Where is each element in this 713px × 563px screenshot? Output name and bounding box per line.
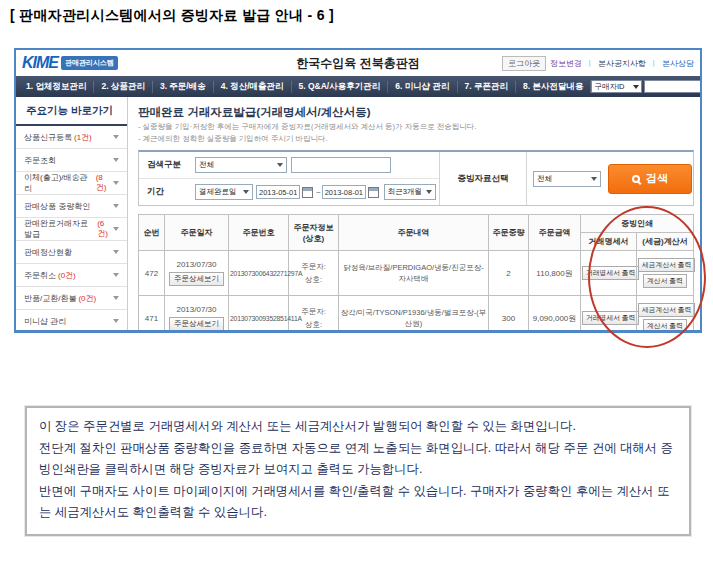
sidebar-item-order-lookup[interactable]: 주문조회 [16, 149, 127, 172]
col-header-details: 주문내역 [339, 215, 489, 251]
statement-print-button[interactable]: 거래명세서 출력 [582, 311, 639, 325]
sidebar-item-trade-docs[interactable]: 판매완료거래자료발급 (6건) [16, 218, 127, 241]
main-nav: 1. 업체정보관리 2. 상품관리 3. 주문/배송 4. 정산/매출관리 5.… [16, 76, 700, 97]
order-date: 2013/07/30 [166, 260, 227, 269]
date-from-input[interactable] [256, 185, 300, 199]
link-separator: ㅣ [586, 58, 594, 69]
sidebar: 주요기능 바로가기 상품신규등록 (1건) 주문조회 이체(출고)/배송관리 (… [16, 97, 128, 330]
sidebar-item-count: (1건) [74, 132, 92, 143]
sidebar-item-order-cancel[interactable]: 주문취소 (0건) [16, 264, 127, 287]
main-panel: 판매완료 거래자료발급(거래명세서/계산서등) - 실중량을 기입·저장한 후에… [128, 97, 700, 330]
caret-down-icon [277, 163, 283, 167]
logout-button[interactable]: 로그아웃 [502, 56, 546, 71]
header-links: 로그아웃 정보변경 ㅣ 본사공지사항 ㅣ 본사상담 [502, 56, 694, 71]
order-date: 2013/07/30 [166, 305, 227, 314]
link-info-change[interactable]: 정보변경 [550, 58, 582, 69]
cell-details: 닭정육/브라질/PERDIGAO/냉동/진공포장-자사택배 [339, 251, 489, 296]
period-row: 기간 결제완료일 ~ 최근3개월 [139, 178, 439, 205]
col-header-invoice: (세금)계산서 [637, 233, 694, 251]
section-desc-1: - 실중량을 기입·저장한 후에는 구매자에게 증빙자료(거래명세서와 계산서 … [138, 122, 694, 132]
sidebar-item-settlement-status[interactable]: 판매정산현황 [16, 241, 127, 264]
search-button-label: 검색 [646, 171, 668, 186]
nav-item-hq-message[interactable]: 8. 본사전달내용 [516, 81, 591, 93]
caret-down-icon [113, 181, 119, 185]
store-title: 한국수입육 전북총판점 [296, 55, 419, 72]
sidebar-item-count: (6건) [97, 219, 113, 239]
sidebar-item-label: 반품/교환/환불 [24, 293, 76, 304]
nav-search-area: 구매자ID 검색 [591, 79, 702, 94]
nav-item-coupon[interactable]: 7. 쿠폰관리 [458, 81, 516, 93]
statement-print-button[interactable]: 거래명세서 출력 [582, 266, 639, 280]
cell-invoice: 세금계산서 출력 계산서 출력 [637, 296, 694, 334]
date-to-input[interactable] [322, 185, 366, 199]
cell-amount: 9,090,000원 [529, 296, 581, 334]
sidebar-title: 주요기능 바로가기 [16, 97, 127, 126]
search-type-select[interactable]: 전체 [195, 157, 287, 173]
search-button[interactable]: 검색 [608, 164, 692, 194]
nav-item-orders[interactable]: 3. 주문/배송 [153, 81, 214, 93]
sidebar-item-label: 상품신규등록 [24, 132, 72, 143]
date-type-select[interactable]: 결제완료일 [195, 184, 253, 200]
sidebar-item-count: (0건) [78, 293, 96, 304]
search-type-row: 검색구분 전체 [139, 152, 439, 178]
nav-search-input[interactable] [644, 80, 702, 93]
date-type-select-value: 결제완료일 [199, 187, 237, 197]
caret-down-icon [591, 177, 597, 181]
site-header: KIME 판매관리시스템 한국수입육 전북총판점 로그아웃 정보변경 ㅣ 본사공… [16, 50, 700, 76]
cell-weight: 300 [489, 296, 529, 334]
sidebar-item-label: 주문조회 [24, 155, 56, 166]
sidebar-item-weight-check[interactable]: 판매상품 중량확인 [16, 195, 127, 218]
search-form-left: 검색구분 전체 기간 결제완료일 [139, 152, 439, 205]
sidebar-item-count: (8건) [96, 173, 113, 193]
search-keyword-input[interactable] [291, 157, 391, 173]
search-icon [632, 175, 640, 183]
calendar-icon[interactable] [368, 187, 379, 198]
buyer-id-select-value: 구매자ID [594, 82, 624, 92]
sidebar-item-count: (0건) [58, 270, 76, 281]
quick-range-select[interactable]: 최근3개월 [384, 184, 436, 200]
nav-item-company[interactable]: 1. 업체정보관리 [19, 81, 94, 93]
tax-invoice-print-button[interactable]: 세금계산서 출력 [638, 258, 695, 272]
invoice-print-button[interactable]: 계산서 출력 [643, 274, 687, 288]
sidebar-item-minishop[interactable]: 미니샵 관리 [16, 310, 127, 333]
cell-order-no: 2013073006432271297A [229, 251, 289, 296]
calendar-icon[interactable] [302, 187, 313, 198]
order-detail-button[interactable]: 주문상세보기 [169, 317, 224, 331]
search-button-cell: 검색 [607, 152, 693, 205]
col-header-order-no: 주문번호 [229, 215, 289, 251]
order-detail-button[interactable]: 주문상세보기 [169, 272, 224, 286]
cell-date: 2013/07/30 주문상세보기 [165, 251, 229, 296]
nav-item-settlement[interactable]: 4. 정산/매출관리 [214, 81, 292, 93]
explanation-box: 이 장은 주문건별로 거래명세서와 계산서 또는 세금계산서가 발행되어 확인할… [25, 406, 691, 536]
link-hq-notice[interactable]: 본사공지사항 [598, 58, 646, 69]
cell-statement: 거래명세서 출력 [581, 251, 637, 296]
caret-down-icon [113, 319, 119, 323]
cell-order-no: 2013073009352851411A [229, 296, 289, 334]
page-title: [ 판매자관리시스템에서의 증빙자료 발급 안내 - 6 ] [10, 7, 334, 25]
proof-select[interactable]: 전체 [533, 171, 601, 187]
caret-down-icon [113, 158, 119, 162]
caret-down-icon [426, 190, 432, 194]
sidebar-item-label: 이체(출고)/배송관리 [24, 172, 94, 194]
logo-badge: 판매관리시스템 [61, 56, 118, 70]
proof-select-label: 증빙자료선택 [440, 152, 526, 205]
nav-item-products[interactable]: 2. 상품관리 [94, 81, 152, 93]
caret-down-icon [113, 204, 119, 208]
buyer-id-select[interactable]: 구매자ID [591, 80, 641, 93]
nav-item-minishop[interactable]: 6. 미니샵 관리 [388, 81, 457, 93]
sidebar-item-label: 주문취소 [24, 270, 56, 281]
sidebar-item-returns[interactable]: 반품/교환/환불 (0건) [16, 287, 127, 310]
sidebar-item-shipping[interactable]: 이체(출고)/배송관리 (8건) [16, 172, 127, 195]
nav-item-qna[interactable]: 5. Q&A/사용후기관리 [292, 81, 389, 93]
link-hq-consult[interactable]: 본사상담 [662, 58, 694, 69]
search-type-select-value: 전체 [199, 160, 214, 170]
kime-logo[interactable]: KIME 판매관리시스템 [22, 54, 118, 72]
sidebar-item-new-product[interactable]: 상품신규등록 (1건) [16, 126, 127, 149]
cell-weight: 2 [489, 251, 529, 296]
invoice-print-button[interactable]: 계산서 출력 [643, 319, 687, 333]
cell-no: 471 [139, 296, 165, 334]
tax-invoice-print-button[interactable]: 세금계산서 출력 [638, 303, 695, 317]
system-screenshot-frame: KIME 판매관리시스템 한국수입육 전북총판점 로그아웃 정보변경 ㅣ 본사공… [14, 48, 702, 333]
content-body: 주요기능 바로가기 상품신규등록 (1건) 주문조회 이체(출고)/배송관리 (… [16, 97, 700, 330]
explanation-line: 이 장은 주문건별로 거래명세서와 계산서 또는 세금계산서가 발행되어 확인할… [39, 416, 677, 438]
